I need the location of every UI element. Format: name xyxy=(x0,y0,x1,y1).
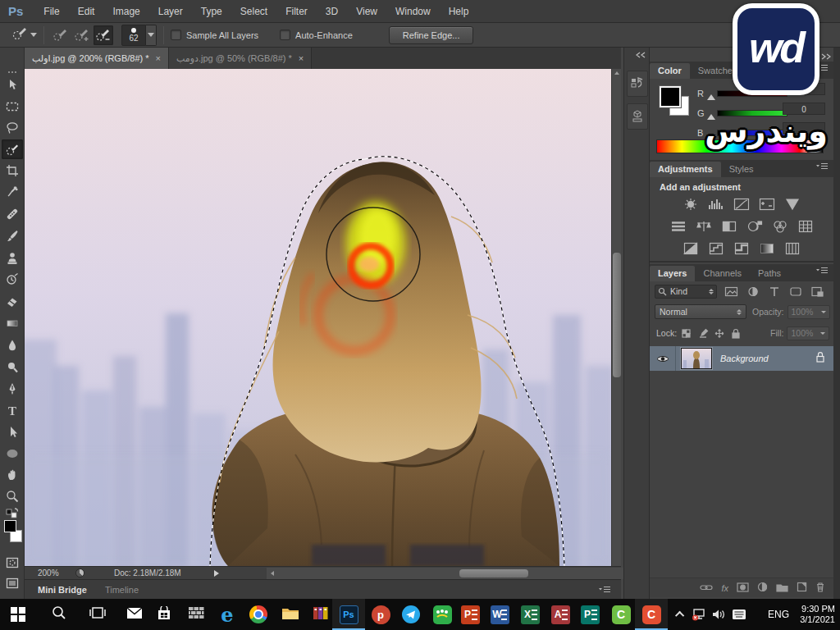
horizontal-scroll-thumb[interactable] xyxy=(459,569,528,578)
refine-edge-button[interactable]: Refine Edge... xyxy=(389,26,474,44)
hand-tool[interactable] xyxy=(2,465,23,485)
publisher-button[interactable]: P xyxy=(573,599,606,630)
start-button[interactable] xyxy=(2,599,34,630)
microsoft-store-button[interactable] xyxy=(148,599,180,630)
adjustments-panel-menu-icon[interactable] xyxy=(815,159,829,174)
lock-position-icon[interactable] xyxy=(712,327,726,340)
photo-filter-icon[interactable] xyxy=(745,218,765,234)
layer-thumbnail[interactable] xyxy=(681,348,712,369)
network-tray-icon[interactable] xyxy=(689,599,709,630)
task-view-button[interactable] xyxy=(81,599,114,630)
tab-color[interactable]: Color xyxy=(650,63,690,79)
layer-visibility-cell[interactable] xyxy=(650,346,676,371)
menu-layer[interactable]: Layer xyxy=(149,0,192,23)
vertical-scrollbar[interactable] xyxy=(611,69,621,566)
lasso-tool[interactable] xyxy=(2,118,23,138)
history-panel-button[interactable] xyxy=(627,71,648,97)
touch-keyboard-tray-icon[interactable] xyxy=(728,599,750,630)
chrome-browser-button[interactable] xyxy=(242,599,275,630)
excel-button[interactable]: X xyxy=(514,599,546,630)
history-brush-tool[interactable] xyxy=(2,270,23,290)
new-selection-mode-button[interactable] xyxy=(51,25,71,45)
menu-type[interactable]: Type xyxy=(192,0,231,23)
canvas-image[interactable] xyxy=(25,69,611,566)
taskbar-clock[interactable]: 9:30 PM 3/1/2021 xyxy=(800,599,835,630)
gradient-tool[interactable] xyxy=(2,313,23,333)
panel-menu-icon[interactable] xyxy=(598,582,611,597)
menu-edit[interactable]: Edit xyxy=(69,0,104,23)
vibrance-icon[interactable] xyxy=(783,196,802,212)
spot-healing-brush-tool[interactable] xyxy=(2,204,23,224)
gradient-map-icon[interactable] xyxy=(757,240,777,256)
pen-tool[interactable] xyxy=(2,379,23,399)
menu-select[interactable]: Select xyxy=(231,0,276,23)
layer-style-icon[interactable]: fx xyxy=(721,583,728,593)
document-tab-2[interactable]: دومب.jpg @ 50% (RGB/8#) * × xyxy=(169,48,312,69)
edge-browser-button[interactable]: e xyxy=(211,599,244,630)
move-tool[interactable] xyxy=(2,75,23,95)
posterize-icon[interactable] xyxy=(706,240,726,256)
tab-adjustments[interactable]: Adjustments xyxy=(650,162,721,177)
language-indicator[interactable]: ENG xyxy=(768,599,789,630)
crop-tool[interactable] xyxy=(2,161,23,180)
filter-kind-dropdown[interactable]: Kind xyxy=(655,285,717,299)
dodge-tool[interactable] xyxy=(2,358,23,377)
document-tab-1[interactable]: اولب.jpg @ 200% (RGB/8#) * × xyxy=(25,48,169,69)
brightness-contrast-icon[interactable] xyxy=(681,196,701,212)
red-slider-thumb[interactable] xyxy=(707,94,715,100)
tray-expand-button[interactable] xyxy=(671,599,691,630)
blur-tool[interactable] xyxy=(2,336,23,355)
hue-saturation-icon[interactable] xyxy=(669,218,688,234)
tool-preset-picker[interactable] xyxy=(11,26,37,44)
lock-transparency-icon[interactable] xyxy=(679,327,693,340)
brush-tool[interactable] xyxy=(2,226,23,246)
eyedropper-tool[interactable] xyxy=(2,182,23,202)
foreground-color-chip[interactable] xyxy=(660,86,681,107)
taskbar-search-button[interactable] xyxy=(43,599,75,630)
quick-mask-mode-button[interactable] xyxy=(2,553,23,573)
subtract-from-selection-mode-button[interactable] xyxy=(94,25,113,45)
picsart-button[interactable]: p xyxy=(364,599,397,630)
new-layer-icon[interactable] xyxy=(797,581,807,596)
levels-icon[interactable] xyxy=(706,196,726,212)
screen-mode-button[interactable] xyxy=(2,573,23,593)
link-layers-icon[interactable] xyxy=(700,581,713,596)
menu-image[interactable]: Image xyxy=(103,0,148,23)
camtasia-button[interactable]: C xyxy=(605,599,637,630)
add-to-selection-mode-button[interactable] xyxy=(72,25,92,45)
rectangular-marquee-tool[interactable] xyxy=(2,97,23,116)
vertical-scroll-thumb[interactable] xyxy=(613,253,621,377)
channel-mixer-icon[interactable] xyxy=(770,218,790,234)
scroll-up-arrow[interactable] xyxy=(614,71,619,75)
document-tab-2-close[interactable]: × xyxy=(299,53,304,63)
selective-color-icon[interactable] xyxy=(783,240,802,256)
tab-mini-bridge[interactable]: Mini Bridge xyxy=(38,585,87,595)
powerpoint-button[interactable]: P xyxy=(454,599,486,630)
exposure-icon[interactable] xyxy=(757,196,777,212)
volume-tray-icon[interactable] xyxy=(709,599,728,630)
filter-type-layers-icon[interactable] xyxy=(766,285,783,299)
windows-defender-button[interactable] xyxy=(180,599,212,630)
brush-size-dropdown-arrow[interactable] xyxy=(146,25,157,46)
filter-smart-objects-icon[interactable] xyxy=(809,285,825,299)
toolbar-drag-handle[interactable] xyxy=(7,71,17,74)
color-balance-icon[interactable] xyxy=(694,218,714,234)
layers-panel-menu-icon[interactable] xyxy=(815,263,829,278)
curves-icon[interactable] xyxy=(732,196,751,212)
tab-channels[interactable]: Channels xyxy=(695,266,749,281)
opacity-field[interactable]: 100% xyxy=(788,305,830,319)
clone-stamp-tool[interactable] xyxy=(2,249,23,268)
tab-timeline[interactable]: Timeline xyxy=(105,585,139,595)
quick-selection-tool[interactable] xyxy=(2,139,23,159)
zoom-tool[interactable] xyxy=(2,486,23,506)
ellipse-shape-tool[interactable] xyxy=(2,444,23,463)
photoshop-taskbar-button[interactable]: Ps xyxy=(332,599,365,630)
filter-shape-layers-icon[interactable] xyxy=(788,285,804,299)
new-adjustment-layer-icon[interactable] xyxy=(757,581,768,596)
layer-name[interactable]: Background xyxy=(720,354,769,363)
menu-filter[interactable]: Filter xyxy=(276,0,317,23)
lock-pixels-icon[interactable] xyxy=(696,327,710,340)
menu-file[interactable]: File xyxy=(34,0,68,23)
menu-3d[interactable]: 3D xyxy=(317,0,347,23)
auto-enhance-checkbox[interactable] xyxy=(280,30,290,40)
